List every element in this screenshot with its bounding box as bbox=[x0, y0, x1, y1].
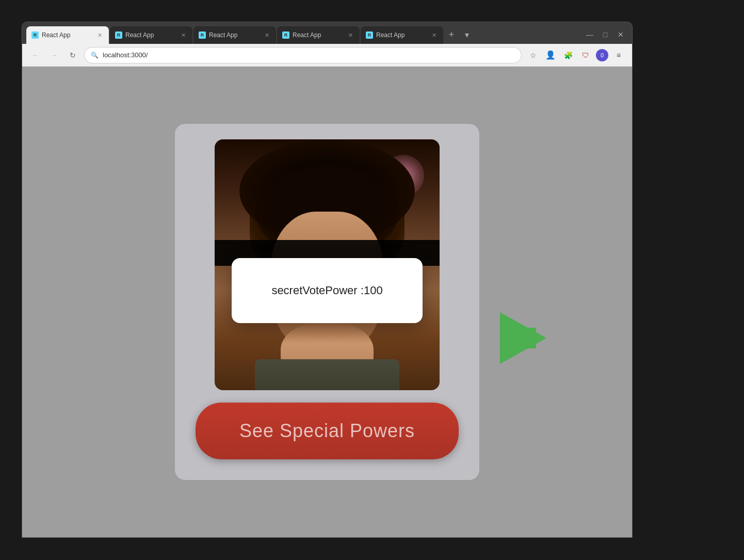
window-close-button[interactable]: ✕ bbox=[613, 27, 628, 42]
right-arrow-icon[interactable] bbox=[500, 312, 546, 364]
tab-bar: R React App ✕ R React App ✕ R React App … bbox=[22, 22, 632, 44]
tab-favicon-5: R bbox=[366, 31, 373, 39]
page-content: secretVotePower :100 See Special Powers bbox=[22, 67, 632, 537]
window-minimize-button[interactable]: — bbox=[583, 27, 597, 42]
secret-vote-power-text: secretVotePower :100 bbox=[271, 284, 382, 297]
extensions-icon[interactable]: 🧩 bbox=[561, 48, 575, 62]
shield-icon[interactable]: 🛡 bbox=[578, 48, 593, 62]
tab-label-5: React App bbox=[376, 31, 427, 39]
arrow-container bbox=[500, 312, 546, 364]
account-badge-icon[interactable]: 0 bbox=[596, 49, 608, 61]
tab-close-1[interactable]: ✕ bbox=[95, 31, 104, 39]
navigation-bar: ← → ↻ 🔍 localhost:3000/ ☆ 👤 🧩 🛡 0 ≡ bbox=[22, 44, 632, 67]
tab-favicon-2: R bbox=[115, 31, 122, 39]
tab-label-1: React App bbox=[42, 31, 92, 39]
tab-close-2[interactable]: ✕ bbox=[179, 31, 187, 39]
tab-label-3: React App bbox=[209, 31, 260, 39]
nav-icons-right: ☆ 👤 🧩 🛡 0 ≡ bbox=[526, 48, 626, 62]
see-special-powers-button[interactable]: See Special Powers bbox=[196, 403, 459, 459]
bookmarks-icon[interactable]: ☆ bbox=[526, 48, 540, 62]
main-card: secretVotePower :100 See Special Powers bbox=[175, 124, 479, 480]
browser-window: R React App ✕ R React App ✕ R React App … bbox=[22, 22, 633, 538]
back-button[interactable]: ← bbox=[28, 48, 43, 62]
tab-close-3[interactable]: ✕ bbox=[263, 31, 271, 39]
address-bar[interactable]: 🔍 localhost:3000/ bbox=[84, 47, 522, 63]
person-image: secretVotePower :100 bbox=[215, 139, 440, 390]
tab-label-2: React App bbox=[125, 31, 176, 39]
window-maximize-button[interactable]: □ bbox=[598, 27, 612, 42]
tab-1[interactable]: R React App ✕ bbox=[26, 26, 109, 44]
tab-5[interactable]: R React App ✕ bbox=[361, 26, 443, 44]
menu-icon[interactable]: ≡ bbox=[611, 48, 626, 62]
cta-button-label: See Special Powers bbox=[239, 420, 415, 442]
forward-button[interactable]: → bbox=[47, 48, 61, 62]
tab-close-4[interactable]: ✕ bbox=[346, 31, 354, 39]
profile-icon[interactable]: 👤 bbox=[543, 48, 558, 62]
tab-favicon-4: R bbox=[282, 31, 289, 39]
window-controls: — □ ✕ bbox=[583, 27, 628, 42]
tab-favicon-1: R bbox=[31, 31, 39, 39]
new-tab-button[interactable]: + bbox=[444, 27, 459, 42]
tab-3[interactable]: R React App ✕ bbox=[193, 26, 276, 44]
address-text: localhost:3000/ bbox=[103, 51, 515, 59]
tab-dropdown-button[interactable]: ▾ bbox=[460, 27, 474, 42]
tab-4[interactable]: R React App ✕ bbox=[277, 26, 360, 44]
info-card: secretVotePower :100 bbox=[232, 258, 423, 323]
shirt bbox=[255, 359, 399, 390]
address-search-icon: 🔍 bbox=[91, 52, 99, 59]
reload-button[interactable]: ↻ bbox=[66, 48, 80, 62]
tab-label-4: React App bbox=[293, 31, 343, 39]
tab-close-5[interactable]: ✕ bbox=[430, 31, 438, 39]
tab-favicon-3: R bbox=[199, 31, 206, 39]
tab-2[interactable]: R React App ✕ bbox=[110, 26, 192, 44]
